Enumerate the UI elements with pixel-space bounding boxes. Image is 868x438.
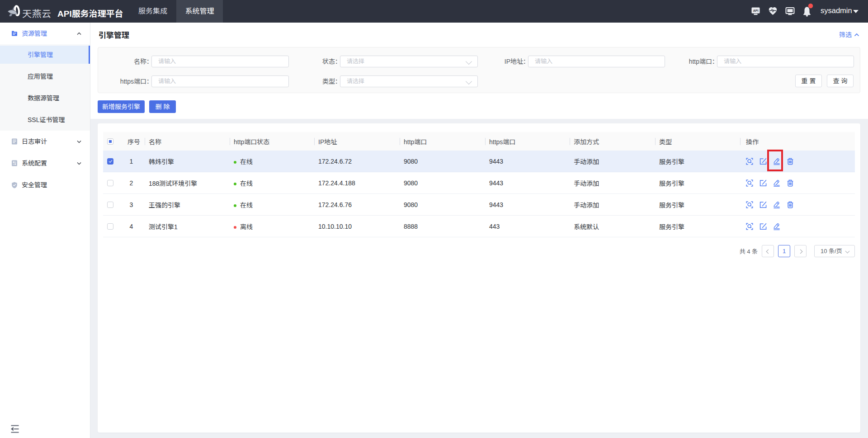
- svg-text:API: API: [753, 9, 759, 12]
